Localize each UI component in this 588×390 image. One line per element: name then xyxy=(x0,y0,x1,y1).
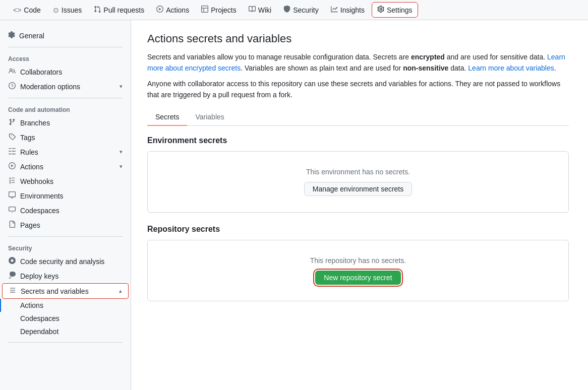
webhooks-icon xyxy=(8,177,16,185)
rules-chevron-icon: ▾ xyxy=(120,149,123,155)
main-content: Actions secrets and variables Secrets an… xyxy=(131,20,585,390)
insights-icon xyxy=(331,6,338,14)
sidebar-sub-codespaces[interactable]: Codespaces xyxy=(0,312,131,325)
sidebar-item-webhooks[interactable]: Webhooks xyxy=(0,174,131,188)
moderation-icon xyxy=(8,82,16,91)
moderation-chevron-icon: ▾ xyxy=(120,83,123,90)
settings-icon xyxy=(377,6,384,14)
repo-secrets-box: This repository has no secrets. New repo… xyxy=(147,240,569,301)
nav-actions[interactable]: Actions xyxy=(151,3,194,17)
deploy-keys-icon xyxy=(8,272,16,280)
nav-issues[interactable]: ⊙ Issues xyxy=(48,3,87,17)
sidebar-item-branches[interactable]: Branches xyxy=(0,115,131,130)
projects-icon xyxy=(201,6,208,14)
sidebar-item-secrets-and-variables[interactable]: Secrets and variables ▴ xyxy=(2,283,129,299)
secrets-chevron-icon: ▴ xyxy=(119,288,122,294)
new-repository-secret-button[interactable]: New repository secret xyxy=(315,271,400,285)
description-2: Anyone with collaborator access to this … xyxy=(147,78,569,101)
sidebar-item-tags[interactable]: Tags xyxy=(0,130,131,145)
general-icon xyxy=(8,31,15,40)
sidebar-item-pages[interactable]: Pages xyxy=(0,218,131,232)
sidebar: General Access Collaborators Moderation … xyxy=(0,20,131,390)
sidebar-section-access: Access xyxy=(0,51,131,64)
security-icon xyxy=(283,6,290,14)
nav-insights[interactable]: Insights xyxy=(326,3,370,17)
tab-variables[interactable]: Variables xyxy=(187,109,232,126)
actions-sidebar-icon xyxy=(8,162,16,171)
sidebar-section-code: Code and automation xyxy=(0,102,131,115)
nav-settings[interactable]: Settings xyxy=(372,2,418,18)
page-layout: General Access Collaborators Moderation … xyxy=(0,20,588,390)
sidebar-item-code-security[interactable]: Code security and analysis xyxy=(0,254,131,269)
code-security-icon xyxy=(8,257,16,266)
sidebar-item-environments[interactable]: Environments xyxy=(0,188,131,203)
collaborators-icon xyxy=(8,68,16,76)
env-secrets-empty: This environment has no secrets. xyxy=(306,168,410,176)
sidebar-item-collaborators[interactable]: Collaborators xyxy=(0,64,131,79)
pull-requests-icon xyxy=(94,6,101,14)
nav-code[interactable]: <> Code xyxy=(8,3,46,17)
issues-icon: ⊙ xyxy=(53,6,59,14)
sidebar-item-rules[interactable]: Rules ▾ xyxy=(0,145,131,159)
repo-secrets-title: Repository secrets xyxy=(147,225,569,234)
tabs: Secrets Variables xyxy=(147,109,569,126)
env-secrets-title: Environment secrets xyxy=(147,136,569,145)
wiki-icon xyxy=(249,6,256,14)
sidebar-divider-4 xyxy=(8,342,123,343)
tab-secrets[interactable]: Secrets xyxy=(147,109,187,126)
sidebar-item-actions[interactable]: Actions ▾ xyxy=(0,159,131,174)
sidebar-section-security: Security xyxy=(0,241,131,254)
page-title: Actions secrets and variables xyxy=(147,32,569,45)
repo-secrets-empty: This repository has no secrets. xyxy=(310,256,406,265)
secrets-icon xyxy=(9,287,17,295)
sidebar-divider-1 xyxy=(8,47,123,47)
sidebar-general[interactable]: General xyxy=(0,28,131,43)
nav-projects[interactable]: Projects xyxy=(196,3,242,17)
branches-icon xyxy=(8,118,16,127)
description-1: Secrets and variables allow you to manag… xyxy=(147,51,569,74)
tags-icon xyxy=(8,133,16,142)
nav-wiki[interactable]: Wiki xyxy=(244,3,276,17)
manage-env-secrets-button[interactable]: Manage environment secrets xyxy=(304,182,413,196)
env-secrets-box: This environment has no secrets. Manage … xyxy=(147,151,569,213)
actions-chevron-icon: ▾ xyxy=(120,163,123,170)
rules-icon xyxy=(8,148,16,156)
sidebar-sub-dependabot[interactable]: Dependabot xyxy=(0,325,131,338)
sidebar-item-codespaces[interactable]: Codespaces xyxy=(0,203,131,218)
nav-pull-requests[interactable]: Pull requests xyxy=(89,3,149,17)
top-nav: <> Code ⊙ Issues Pull requests Actions P… xyxy=(0,0,588,20)
sidebar-divider-2 xyxy=(8,98,123,98)
environments-icon xyxy=(8,191,16,200)
sidebar-sub-actions[interactable]: Actions xyxy=(0,299,131,312)
sidebar-item-deploy-keys[interactable]: Deploy keys xyxy=(0,269,131,283)
code-icon: <> xyxy=(13,6,21,14)
codespaces-icon xyxy=(8,206,16,215)
pages-icon xyxy=(8,221,16,229)
nav-security[interactable]: Security xyxy=(278,3,324,17)
sidebar-item-moderation[interactable]: Moderation options ▾ xyxy=(0,79,131,94)
link-variables[interactable]: Learn more about variables xyxy=(468,64,554,72)
sidebar-divider-3 xyxy=(8,236,123,237)
actions-icon xyxy=(156,6,163,14)
